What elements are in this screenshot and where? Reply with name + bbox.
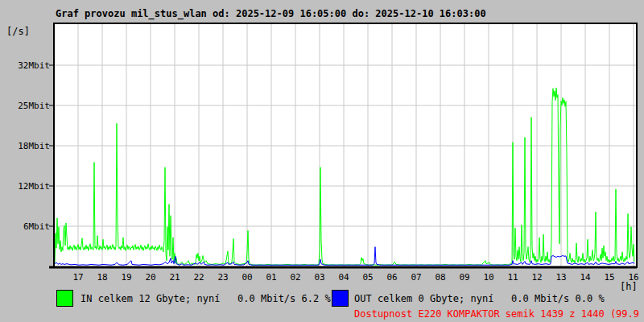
x-tick-label: 07	[404, 273, 428, 282]
x-tick-label: 09	[452, 273, 477, 282]
legend-out-label: OUT celkem 0 Gbyte; nyní 0.0 Mbit/s 0.0 …	[354, 293, 605, 304]
x-tick-label: 08	[428, 273, 452, 282]
x-tick-label: 20	[138, 273, 163, 282]
y-tick-label: 12Mbit	[3, 182, 50, 191]
y-tick-label: 6Mbit	[3, 222, 50, 231]
x-tick-label: 22	[187, 273, 211, 282]
x-tick-label: 19	[114, 273, 138, 282]
x-tick-label: 05	[356, 273, 380, 282]
x-tick-label: 06	[380, 273, 404, 282]
x-tick-label: 02	[283, 273, 308, 282]
x-tick-label: 16	[621, 273, 644, 282]
x-tick-label: 12	[525, 273, 549, 282]
legend-out-swatch	[332, 290, 349, 307]
x-tick-label: 18	[90, 273, 114, 282]
mrtg-traffic-graph-page: { "title": "Graf provozu mil_stus_wlan o…	[0, 0, 644, 322]
y-tick-label: 32Mbit	[3, 61, 50, 70]
y-tick-label: 18Mbit	[3, 142, 50, 151]
chart-title: Graf provozu mil_stus_wlan od: 2025-12-0…	[56, 8, 486, 19]
x-tick-label: 00	[235, 273, 259, 282]
y-tick-label: 25Mbit	[3, 101, 50, 110]
x-tick-label: 15	[597, 273, 621, 282]
availability-status-text: Dostupnost E220 KOMPAKTOR semik 1439 z 1…	[354, 308, 644, 320]
y-axis-unit-label: [/s]	[6, 26, 30, 37]
x-tick-label: 11	[501, 273, 525, 282]
x-tick-label: 03	[308, 273, 332, 282]
x-tick-label: 21	[163, 273, 187, 282]
x-tick-label: 14	[573, 273, 597, 282]
x-tick-label: 17	[66, 273, 90, 282]
x-tick-label: 10	[477, 273, 501, 282]
x-tick-label: 04	[332, 273, 356, 282]
legend-in-swatch	[56, 290, 73, 307]
x-tick-label: 23	[211, 273, 235, 282]
x-tick-label: 01	[259, 273, 283, 282]
legend-in-label: IN celkem 12 Gbyte; nyní 0.0 Mbit/s 6.2 …	[80, 293, 331, 304]
x-axis-unit-label: [h]	[620, 281, 638, 292]
x-tick-label: 13	[549, 273, 573, 282]
